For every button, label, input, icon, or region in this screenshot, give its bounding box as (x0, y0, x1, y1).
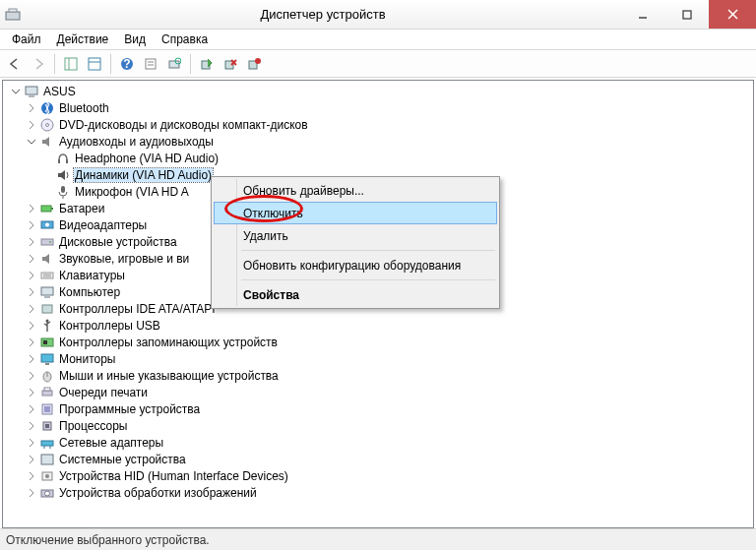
expand-icon[interactable] (25, 135, 38, 149)
app-icon (0, 7, 26, 23)
tree-root[interactable]: ASUS (5, 83, 753, 99)
menu-bar: Файл Действие Вид Справка (0, 30, 756, 50)
controller-icon (39, 335, 55, 350)
status-bar: Отключение выбранного устройства. (0, 528, 756, 550)
tree-node-software[interactable]: Программные устройства (5, 400, 753, 417)
camera-icon (39, 485, 55, 501)
monitor-icon (39, 351, 55, 367)
tree-node-bluetooth[interactable]: Bluetooth (5, 99, 753, 116)
svg-rect-39 (41, 287, 53, 295)
svg-point-35 (49, 241, 51, 243)
expand-icon[interactable] (25, 319, 38, 333)
ctx-scan[interactable]: Обновить конфигурацию оборудования (214, 254, 497, 276)
tree-label: Мыши и иные указывающие устройства (58, 369, 280, 383)
svg-rect-41 (42, 305, 52, 313)
tree-node-usb-controllers[interactable]: Контроллеры USB (5, 317, 753, 334)
expand-icon[interactable] (25, 285, 38, 299)
expand-icon[interactable] (25, 469, 38, 483)
tb-properties-button[interactable] (140, 53, 161, 75)
expand-icon[interactable] (25, 453, 38, 466)
expand-icon[interactable] (25, 269, 38, 282)
expand-icon[interactable] (25, 436, 38, 450)
ctx-separator (241, 279, 495, 280)
ctx-properties[interactable]: Свойства (214, 283, 497, 306)
expand-icon[interactable] (25, 101, 38, 115)
speaker-icon (55, 167, 71, 183)
tree-label: Сетевые адаптеры (58, 436, 164, 450)
tree-label: Bluetooth (58, 101, 110, 115)
nav-back-button[interactable] (4, 53, 26, 75)
menu-action[interactable]: Действие (49, 31, 117, 48)
expand-icon[interactable] (25, 369, 38, 383)
tree-node-print-queues[interactable]: Очереди печати (5, 384, 753, 400)
expand-icon[interactable] (25, 202, 38, 215)
expand-icon[interactable] (25, 419, 38, 433)
tree-node-dvd[interactable]: DVD-дисководы и дисководы компакт-дисков (5, 116, 753, 133)
minimize-button[interactable] (620, 0, 664, 29)
expand-icon[interactable] (9, 85, 23, 98)
tree-node-processors[interactable]: Процессоры (5, 417, 753, 434)
svg-rect-12 (146, 59, 156, 69)
expand-icon[interactable] (25, 218, 38, 232)
tree-node-storage-controllers[interactable]: Контроллеры запоминающих устройств (5, 334, 753, 350)
tree-node-monitors[interactable]: Мониторы (5, 350, 753, 367)
tree-label: Системные устройства (58, 453, 187, 466)
mouse-icon (39, 368, 55, 384)
expand-icon[interactable] (25, 302, 38, 316)
ctx-remove[interactable]: Удалить (214, 224, 497, 247)
speaker-icon (39, 251, 55, 267)
tree-node-mice[interactable]: Мыши и иные указывающие устройства (5, 367, 753, 384)
tb-disable-button[interactable] (220, 53, 241, 75)
toolbar: ? (0, 50, 756, 78)
tree-node-system-devices[interactable]: Системные устройства (5, 451, 753, 467)
tree-node-hid[interactable]: Устройства HID (Human Interface Devices) (5, 467, 753, 484)
svg-rect-27 (66, 159, 68, 163)
tree-label: Программные устройства (58, 402, 201, 416)
close-button[interactable] (709, 0, 756, 29)
disc-icon (39, 117, 55, 133)
tree-label: Устройства HID (Human Interface Devices) (58, 469, 289, 483)
cpu-icon (39, 418, 55, 434)
svg-point-62 (45, 491, 50, 496)
expand-icon[interactable] (25, 402, 38, 416)
tree-node-net-adapters[interactable]: Сетевые адаптеры (5, 434, 753, 451)
svg-rect-34 (41, 239, 53, 245)
menu-help[interactable]: Справка (154, 31, 216, 48)
tb-scan-button[interactable] (163, 53, 185, 75)
network-icon (39, 435, 55, 451)
nav-forward-button[interactable] (28, 53, 49, 75)
svg-rect-40 (44, 296, 50, 298)
expand-icon[interactable] (25, 235, 38, 249)
tb-uninstall-button[interactable] (243, 53, 265, 75)
tree-label: Headphone (VIA HD Audio) (74, 152, 220, 165)
menu-view[interactable]: Вид (116, 31, 154, 48)
svg-rect-15 (169, 61, 179, 68)
tree-label: Видеоадаптеры (58, 218, 148, 232)
tb-view-tree-button[interactable] (60, 53, 82, 75)
menu-file[interactable]: Файл (4, 31, 49, 48)
tree-label: Контроллеры IDE ATA/ATAPI (58, 302, 217, 316)
drive-icon (39, 234, 55, 250)
tb-view-list-button[interactable] (84, 53, 105, 75)
tree-node-audio-io[interactable]: Аудиовходы и аудиовыходы (5, 133, 753, 150)
tb-help-button[interactable]: ? (116, 53, 138, 75)
maximize-button[interactable] (664, 0, 709, 29)
tree-node-imaging[interactable]: Устройства обработки изображений (5, 484, 753, 501)
system-icon (39, 452, 55, 467)
hid-icon (39, 468, 55, 484)
expand-icon[interactable] (25, 352, 38, 366)
ctx-separator (241, 250, 495, 251)
expand-icon[interactable] (25, 486, 38, 500)
svg-rect-44 (43, 340, 47, 344)
ctx-update-drivers[interactable]: Обновить драйверы... (214, 179, 497, 202)
tb-update-driver-button[interactable] (196, 53, 218, 75)
tree-label: Аудиовходы и аудиовыходы (58, 135, 215, 149)
svg-rect-49 (42, 391, 52, 396)
expand-icon[interactable] (25, 336, 38, 349)
expand-icon[interactable] (25, 118, 38, 132)
expand-icon[interactable] (25, 386, 38, 399)
tree-node-headphone[interactable]: Headphone (VIA HD Audio) (5, 150, 753, 166)
expand-icon[interactable] (25, 252, 38, 266)
svg-rect-26 (58, 159, 60, 163)
ctx-disable[interactable]: Отключить (214, 202, 497, 224)
